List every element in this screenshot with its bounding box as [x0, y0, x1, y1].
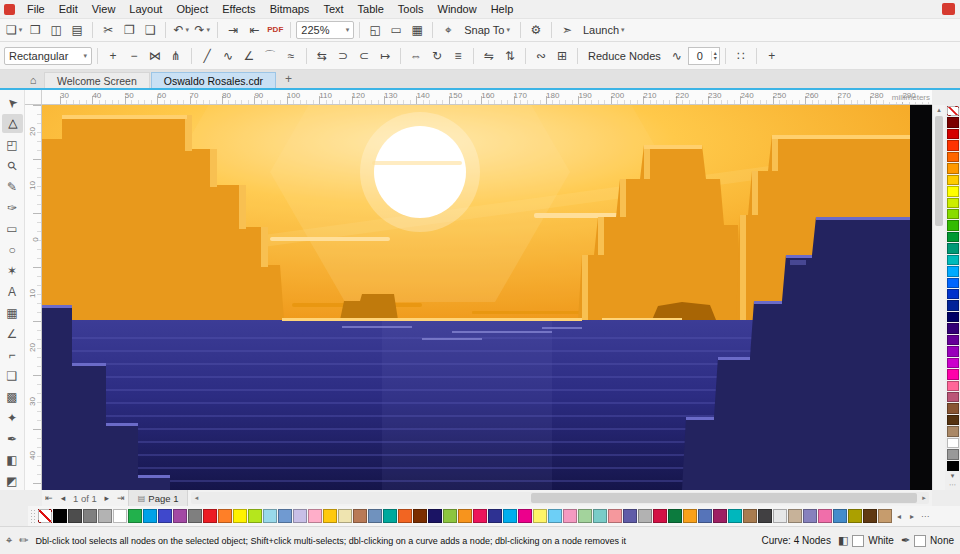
align-nodes-button[interactable]: ≡ — [448, 46, 468, 66]
color-swatch[interactable] — [698, 509, 712, 523]
doc-palette-more-icon[interactable]: ⋯ — [919, 512, 931, 521]
horizontal-scroll-thumb[interactable] — [531, 493, 917, 503]
color-swatch[interactable] — [578, 509, 592, 523]
ellipse-tool[interactable]: ○ — [2, 240, 23, 259]
view-grid-button[interactable]: ▦ — [407, 20, 427, 40]
color-swatch[interactable] — [947, 323, 959, 333]
color-swatch[interactable] — [947, 163, 959, 173]
polygon-tool[interactable]: ✶ — [2, 261, 23, 280]
color-swatch[interactable] — [128, 509, 142, 523]
color-swatch[interactable] — [878, 509, 892, 523]
reduce-nodes-button[interactable]: Reduce Nodes — [583, 46, 666, 66]
color-swatch[interactable] — [743, 509, 757, 523]
convert-to-curve-button[interactable]: ∿ — [218, 46, 238, 66]
welcome-home-icon[interactable]: ⌂ — [22, 74, 44, 88]
shadow-tool[interactable]: ❑ — [2, 366, 23, 385]
shape-tool[interactable]: ▷ — [2, 114, 23, 133]
freehand-tool[interactable]: ✎ — [2, 177, 23, 196]
symmetrical-node-button[interactable]: ≈ — [281, 46, 301, 66]
add-node-button[interactable]: + — [103, 46, 123, 66]
elastic-mode-button[interactable]: ∾ — [531, 46, 551, 66]
vertical-scroll-thumb[interactable] — [935, 116, 943, 226]
color-swatch[interactable] — [947, 449, 959, 459]
color-swatch[interactable] — [947, 289, 959, 299]
pick-tool[interactable]: ➤ — [2, 93, 23, 112]
color-swatch[interactable] — [323, 509, 337, 523]
curve-smoothness-button[interactable]: ∿ — [667, 46, 687, 66]
reflect-horizontal-button[interactable]: ⇋ — [479, 46, 499, 66]
vertical-scrollbar[interactable]: ▴ — [932, 105, 945, 490]
curve-smoothness-spinner[interactable]: 0▴▾ — [688, 47, 720, 65]
export-button[interactable]: ⇤ — [244, 20, 264, 40]
palette-drag-handle[interactable] — [30, 509, 35, 523]
color-swatch[interactable] — [38, 509, 52, 523]
fill-tool[interactable]: ◧ — [2, 450, 23, 469]
color-swatch[interactable] — [383, 509, 397, 523]
color-swatch[interactable] — [947, 186, 959, 196]
options-button[interactable]: ⚙ — [526, 20, 546, 40]
color-swatch[interactable] — [713, 509, 727, 523]
delete-node-button[interactable]: − — [124, 46, 144, 66]
color-swatch[interactable] — [458, 509, 472, 523]
fill-color-swatch[interactable] — [852, 535, 864, 547]
color-swatch[interactable] — [53, 509, 67, 523]
open-button[interactable]: ❒ — [25, 20, 45, 40]
color-swatch[interactable] — [278, 509, 292, 523]
extend-curve-button[interactable]: ↦ — [375, 46, 395, 66]
color-swatch[interactable] — [947, 140, 959, 150]
color-swatch[interactable] — [143, 509, 157, 523]
outline-color-swatch[interactable] — [914, 535, 926, 547]
horizontal-scrollbar[interactable]: ◂ ▸ — [191, 492, 929, 504]
color-swatch[interactable] — [947, 312, 959, 322]
snap-off-button[interactable]: ⌖ — [438, 20, 458, 40]
zoom-level-select[interactable]: 225%▾ — [296, 21, 354, 39]
last-page-button[interactable]: ⇥ — [114, 493, 128, 503]
color-swatch[interactable] — [653, 509, 667, 523]
menu-bitmaps[interactable]: Bitmaps — [263, 1, 317, 17]
color-swatch[interactable] — [947, 358, 959, 368]
cut-button[interactable]: ✂ — [98, 20, 118, 40]
color-swatch[interactable] — [443, 509, 457, 523]
rectangle-tool[interactable]: ▭ — [2, 219, 23, 238]
color-swatch[interactable] — [947, 106, 959, 116]
color-swatch[interactable] — [488, 509, 502, 523]
page-tab[interactable]: ▤ Page 1 — [128, 490, 189, 506]
customize-toolbar-button[interactable]: + — [762, 46, 782, 66]
color-swatch[interactable] — [947, 220, 959, 230]
color-swatch[interactable] — [218, 509, 232, 523]
save-button[interactable]: ◫ — [46, 20, 66, 40]
menu-file[interactable]: File — [20, 1, 52, 17]
vertical-ruler[interactable]: 2010010203040 — [25, 105, 42, 490]
new-document-button[interactable]: ❏▾ — [4, 20, 24, 40]
rotate-nodes-button[interactable]: ↻ — [427, 46, 447, 66]
new-tab-button[interactable]: + — [277, 72, 300, 88]
crop-tool[interactable]: ◰ — [2, 135, 23, 154]
color-swatch[interactable] — [947, 381, 959, 391]
color-swatch[interactable] — [947, 335, 959, 345]
color-swatch[interactable] — [728, 509, 742, 523]
color-swatch[interactable] — [947, 346, 959, 356]
text-tool[interactable]: A — [2, 282, 23, 301]
scroll-up-icon[interactable]: ▴ — [933, 105, 945, 115]
undo-button[interactable]: ↶▾ — [171, 20, 191, 40]
color-swatch[interactable] — [428, 509, 442, 523]
color-swatch[interactable] — [818, 509, 832, 523]
color-swatch[interactable] — [533, 509, 547, 523]
node-alignment-button[interactable]: ∷ — [731, 46, 751, 66]
color-swatch[interactable] — [518, 509, 532, 523]
prev-page-button[interactable]: ◂ — [56, 493, 70, 503]
color-swatch[interactable] — [398, 509, 412, 523]
artistic-media-tool[interactable]: ✑ — [2, 198, 23, 217]
color-swatch[interactable] — [947, 461, 959, 471]
drawing-canvas[interactable] — [42, 105, 910, 490]
color-swatch[interactable] — [833, 509, 847, 523]
color-swatch[interactable] — [947, 415, 959, 425]
color-swatch[interactable] — [248, 509, 262, 523]
select-all-nodes-button[interactable]: ⊞ — [552, 46, 572, 66]
eyedropper-tool[interactable]: ✦ — [2, 408, 23, 427]
color-swatch[interactable] — [338, 509, 352, 523]
menu-text[interactable]: Text — [316, 1, 350, 17]
menu-layout[interactable]: Layout — [122, 1, 169, 17]
color-swatch[interactable] — [848, 509, 862, 523]
color-swatch[interactable] — [947, 209, 959, 219]
